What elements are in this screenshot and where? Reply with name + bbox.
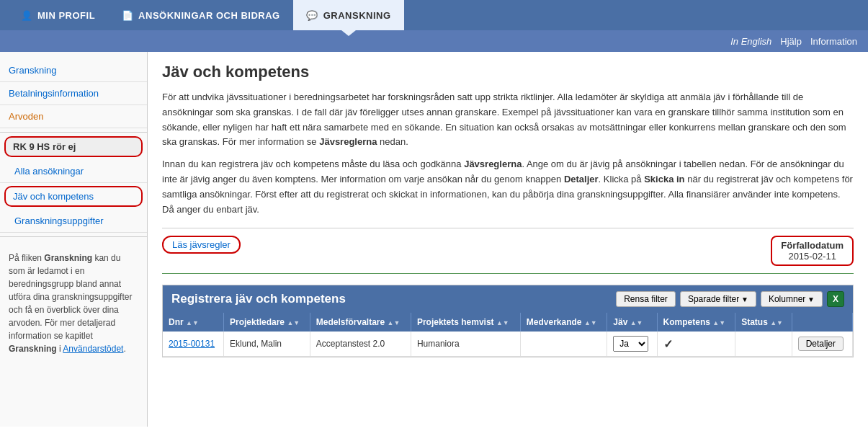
sidebar-info: På fliken Granskning kan du som är ledam… xyxy=(0,244,147,362)
sidebar-item-granskningsuppgifter[interactable]: Granskningsuppgifter xyxy=(0,210,147,233)
excel-export-button[interactable]: X xyxy=(827,291,844,307)
col-jav: Jäv ▲▼ xyxy=(607,313,657,332)
cell-jav[interactable]: Ja Nej xyxy=(607,332,657,357)
col-dnr: Dnr ▲▼ xyxy=(163,313,224,332)
cell-kompetens: ✓ xyxy=(657,332,735,357)
detaljer-button[interactable]: Detaljer xyxy=(798,337,844,351)
cell-status xyxy=(735,332,792,357)
cell-dnr: 2015-00131 xyxy=(163,332,224,357)
content-area: Jäv och kompetens För att undvika jävssi… xyxy=(148,52,868,427)
cell-projektledare: Eklund, Malin xyxy=(224,332,310,357)
jav-select[interactable]: Ja Nej xyxy=(613,336,648,352)
table-header-bar: Registrera jäv och kompetens Rensa filte… xyxy=(163,285,853,313)
sidebar-item-betalningsinformation[interactable]: Betalningsinformation xyxy=(0,82,147,105)
ansokningar-button[interactable]: 📄 ANSÖKNINGAR OCH BIDRAG xyxy=(108,0,293,30)
forfallodatum-label: Förfallodatum xyxy=(781,240,844,251)
table-title: Registrera jäv och kompetens xyxy=(171,292,346,306)
table-header-row: Dnr ▲▼ Projektledare ▲▼ Medelsförvaltare… xyxy=(163,313,853,332)
col-medelsforvaltare: Medelsförvaltare ▲▼ xyxy=(310,313,411,332)
forfallodatum-date: 2015-02-11 xyxy=(781,251,844,262)
speech-bubble-icon: 💬 xyxy=(306,9,319,22)
jav-kompetens-table: Dnr ▲▼ Projektledare ▲▼ Medelsförvaltare… xyxy=(163,313,853,357)
in-english-link[interactable]: In English xyxy=(730,36,771,47)
cell-medelsforvaltare: Acceptanstest 2.0 xyxy=(310,332,411,357)
cell-medverkande xyxy=(520,332,607,357)
sidebar: Granskning Betalningsinformation Arvoden… xyxy=(0,52,148,427)
rensa-filter-button[interactable]: Rensa filter xyxy=(616,291,676,307)
col-kompetens: Kompetens ▲▼ xyxy=(657,313,735,332)
granskning-button[interactable]: 💬 GRANSKNING xyxy=(293,0,404,30)
person-icon: 👤 xyxy=(20,9,33,22)
table-section: Registrera jäv och kompetens Rensa filte… xyxy=(162,285,854,357)
secondary-navigation: In English Hjälp Information xyxy=(0,30,868,52)
javsregler-row: Läs jävsregler Förfallodatum 2015-02-11 xyxy=(162,228,854,274)
dnr-link[interactable]: 2015-00131 xyxy=(169,339,215,349)
col-actions xyxy=(792,313,852,332)
table-row: 2015-00131 Eklund, Malin Acceptanstest 2… xyxy=(163,332,853,357)
col-projektets-hemvist: Projektets hemvist ▲▼ xyxy=(411,313,520,332)
kompetens-checkmark: ✓ xyxy=(663,338,673,350)
sidebar-group-rk9hs: RK 9 HS rör ej xyxy=(4,136,143,157)
intro-paragraph-2: Innan du kan registrera jäv och kompeten… xyxy=(162,157,854,217)
sidebar-item-jav-och-kompetens[interactable]: Jäv och kompetens xyxy=(4,186,143,207)
main-layout: Granskning Betalningsinformation Arvoden… xyxy=(0,52,868,427)
col-status: Status ▲▼ xyxy=(735,313,792,332)
forfallodatum-box: Förfallodatum 2015-02-11 xyxy=(771,236,854,266)
sidebar-item-granskning[interactable]: Granskning xyxy=(0,59,147,82)
anvandarstodet-link[interactable]: Användarstödet xyxy=(63,344,123,354)
table-toolbar: Rensa filter Sparade filter Kolumner X xyxy=(616,291,844,307)
min-profil-button[interactable]: 👤 MIN PROFIL xyxy=(7,0,108,30)
las-javsregler-link[interactable]: Läs jävsregler xyxy=(162,236,241,254)
document-icon: 📄 xyxy=(121,9,134,22)
intro-paragraph-1: För att undvika jävssituationer i beredn… xyxy=(162,90,854,150)
cell-action[interactable]: Detaljer xyxy=(792,332,852,357)
col-medverkande: Medverkande ▲▼ xyxy=(520,313,607,332)
hjalp-link[interactable]: Hjälp xyxy=(780,36,802,47)
top-navigation: 👤 MIN PROFIL 📄 ANSÖKNINGAR OCH BIDRAG 💬 … xyxy=(0,0,868,30)
information-link[interactable]: Information xyxy=(810,36,857,47)
page-title: Jäv och kompetens xyxy=(162,63,854,81)
cell-projektets-hemvist: Humaniora xyxy=(411,332,520,357)
kolumner-button[interactable]: Kolumner xyxy=(761,291,823,307)
sidebar-item-arvoden[interactable]: Arvoden xyxy=(0,105,147,128)
col-projektledare: Projektledare ▲▼ xyxy=(224,313,310,332)
sparade-filter-button[interactable]: Sparade filter xyxy=(680,291,756,307)
sidebar-item-alla-ansokningar[interactable]: Alla ansökningar xyxy=(0,160,147,183)
